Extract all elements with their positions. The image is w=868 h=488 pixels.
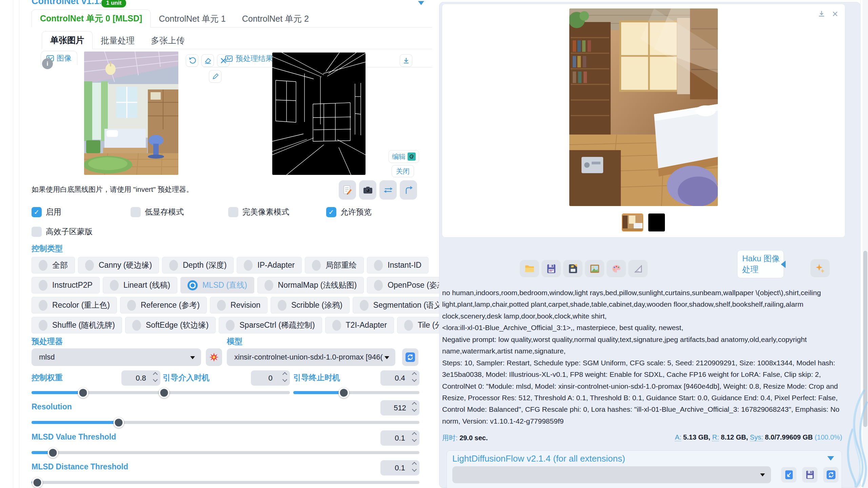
checkbox-checked-icon[interactable]: ✓ <box>326 207 336 217</box>
slider-track[interactable] <box>163 391 290 394</box>
thumbnail-generated-selected[interactable] <box>622 214 643 231</box>
haku-image-process-button[interactable]: Haku 图像 处理 <box>737 250 784 278</box>
control-type-option[interactable]: IP-Adapter <box>237 257 302 273</box>
close-preview-button[interactable]: 关闭 <box>392 165 414 177</box>
undo-button[interactable] <box>186 54 198 67</box>
slider-track[interactable] <box>32 391 160 394</box>
tab-controlnet-unit-2[interactable]: ControlNet 单元 2 <box>234 10 317 27</box>
control-type-option[interactable]: MLSD (直线) <box>180 277 254 293</box>
radio-icon[interactable] <box>374 260 383 271</box>
control-type-option[interactable]: Revision <box>210 297 268 313</box>
save-zip-button[interactable] <box>563 260 583 277</box>
download-image-button[interactable] <box>816 9 827 19</box>
stepper-icons[interactable] <box>283 373 287 381</box>
ldf-refresh-button[interactable] <box>823 467 839 483</box>
tab-controlnet-unit-0[interactable]: ControlNet 单元 0 [MLSD] <box>32 9 151 27</box>
control-type-option[interactable]: 全部 <box>32 257 75 273</box>
checkbox-unchecked-icon[interactable] <box>32 227 42 237</box>
control-type-option[interactable]: SparseCtrl (稀疏控制) <box>219 317 322 333</box>
radio-icon[interactable] <box>85 260 94 271</box>
control-type-option[interactable]: Instant-ID <box>367 257 429 273</box>
control-type-option[interactable]: NormalMap (法线贴图) <box>257 277 364 293</box>
radio-icon[interactable] <box>169 260 178 271</box>
stepper-icons[interactable] <box>413 373 416 381</box>
radio-icon[interactable] <box>217 300 226 311</box>
webcam-button[interactable] <box>359 180 376 200</box>
control-type-option[interactable]: 局部重绘 <box>305 257 364 273</box>
aspect-ratio-button[interactable] <box>628 260 648 277</box>
radio-icon[interactable] <box>264 280 273 291</box>
slider-thumb[interactable] <box>159 387 169 398</box>
slider-value-input[interactable]: 0.1 <box>380 460 419 475</box>
slider-thumb[interactable] <box>47 447 58 458</box>
control-type-option[interactable]: Lineart (线稿) <box>103 277 177 293</box>
generated-image[interactable] <box>569 8 718 206</box>
sketch-button[interactable] <box>209 70 221 83</box>
new-canvas-button[interactable] <box>339 180 356 200</box>
checkbox-unchecked-icon[interactable] <box>228 207 238 217</box>
radio-icon[interactable] <box>404 320 413 331</box>
control-type-option[interactable]: SoftEdge (软边缘) <box>125 317 216 333</box>
slider-value-input[interactable]: 0.8 <box>121 370 160 386</box>
checkbox-option-2[interactable]: 完美像素模式 <box>228 207 326 217</box>
slider-value-input[interactable]: 512 <box>380 400 419 415</box>
radio-icon[interactable] <box>132 320 141 331</box>
open-folder-button[interactable] <box>520 260 539 277</box>
checkbox-option-3[interactable]: ✓允许预览 <box>326 207 372 217</box>
accordion-collapse-icon[interactable] <box>827 456 834 461</box>
checkbox-option-4[interactable]: 高效子区蒙版 <box>32 226 93 237</box>
slider-thumb[interactable] <box>114 417 124 428</box>
checkbox-option-1[interactable]: 低显存模式 <box>131 207 228 217</box>
run-preprocessor-button[interactable] <box>206 348 222 366</box>
send-to-img2img-button[interactable] <box>585 260 604 277</box>
ldf-title[interactable]: LightDiffusionFlow v2.1.4 (for all exten… <box>452 453 625 464</box>
control-type-option[interactable]: Reference (参考) <box>120 297 207 313</box>
thumbnail-controlnet-map[interactable] <box>648 214 665 231</box>
control-type-option[interactable]: InstructP2P <box>32 277 100 293</box>
ldf-load-button[interactable] <box>781 467 796 483</box>
tab-single-image[interactable]: 单张图片 <box>42 31 93 49</box>
mlsd-preview-image[interactable] <box>272 53 366 175</box>
radio-icon[interactable] <box>312 260 321 271</box>
refresh-models-button[interactable] <box>402 348 418 366</box>
slider-value-input[interactable]: 0.1 <box>380 430 419 446</box>
accordion-collapse-icon[interactable] <box>418 1 424 5</box>
checkbox-checked-icon[interactable]: ✓ <box>32 207 42 217</box>
page-scrollbar[interactable] <box>863 0 868 488</box>
radio-selected-icon[interactable] <box>188 280 198 290</box>
tab-multi-upload[interactable]: 多张上传 <box>143 32 193 49</box>
radio-icon[interactable] <box>39 300 47 311</box>
slider-thumb[interactable] <box>32 477 43 488</box>
control-type-option[interactable]: Shuffle (随机洗牌) <box>32 317 122 333</box>
slider-track[interactable] <box>293 391 419 394</box>
slider-track[interactable] <box>32 421 419 424</box>
edit-in-photopea-button[interactable]: 编辑 <box>389 150 419 163</box>
slider-value-input[interactable]: 0.4 <box>380 370 419 386</box>
enhance-button[interactable] <box>810 259 830 277</box>
stepper-icons[interactable] <box>154 373 157 381</box>
preprocessor-dropdown[interactable]: mlsd <box>32 348 201 366</box>
radio-icon[interactable] <box>39 260 47 271</box>
control-type-option[interactable]: T2I-Adapter <box>325 317 394 333</box>
control-type-option[interactable]: Recolor (重上色) <box>32 297 117 313</box>
close-gallery-button[interactable] <box>830 9 840 19</box>
stepper-icons[interactable] <box>413 403 416 411</box>
tab-controlnet-unit-1[interactable]: ControlNet 单元 1 <box>151 10 234 27</box>
slider-thumb[interactable] <box>78 387 88 398</box>
send-to-extras-button[interactable] <box>607 260 626 277</box>
tab-batch[interactable]: 批量处理 <box>93 32 143 49</box>
slider-track[interactable] <box>32 481 419 484</box>
checkbox-unchecked-icon[interactable] <box>131 207 141 217</box>
scrollbar-thumb[interactable] <box>863 251 867 427</box>
stepper-icons[interactable] <box>413 463 416 471</box>
radio-icon[interactable] <box>127 300 136 311</box>
radio-icon[interactable] <box>374 280 383 291</box>
radio-icon[interactable] <box>226 320 235 331</box>
slider-track[interactable] <box>32 451 419 454</box>
send-dimensions-button[interactable] <box>400 180 417 200</box>
download-preview-button[interactable] <box>400 54 412 67</box>
radio-icon[interactable] <box>39 320 47 331</box>
radio-icon[interactable] <box>244 260 253 271</box>
eraser-button[interactable] <box>201 54 214 67</box>
ldf-save-button[interactable] <box>802 467 817 483</box>
